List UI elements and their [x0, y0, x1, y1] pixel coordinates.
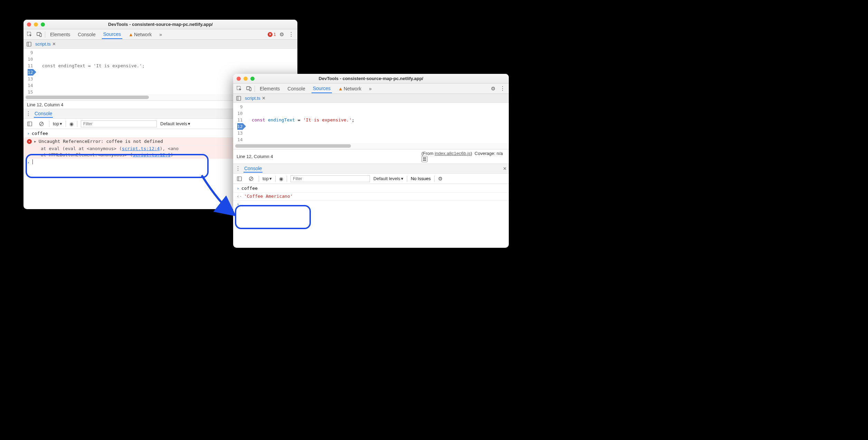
svg-rect-12 [237, 96, 241, 100]
minimize-window-button[interactable] [244, 77, 248, 81]
line-gutter: 9 10 11 12 13 14 15 [23, 49, 37, 94]
context-selector[interactable]: top ▾ [53, 121, 62, 126]
console-output[interactable]: › coffee ‹· 'Coffee Americano' › [233, 184, 509, 209]
code-line-9: const endingText = 'It is expensive.'; [42, 63, 145, 68]
error-count: 1 [274, 32, 276, 37]
tab-sources[interactable]: Sources [102, 30, 122, 39]
log-levels-selector[interactable]: Default levels ▾ [373, 176, 403, 181]
separator [275, 176, 276, 182]
clear-console-icon[interactable] [247, 175, 255, 183]
stack-link[interactable]: script.ts:12:1 [133, 152, 171, 157]
error-message: Uncaught ReferenceError: coffee is not d… [39, 138, 163, 145]
cursor-position: Line 12, Column 4 [237, 154, 273, 159]
svg-rect-11 [249, 88, 251, 91]
device-toolbar-icon[interactable] [35, 30, 44, 39]
kebab-menu-icon[interactable]: ⋮ [498, 85, 507, 93]
tab-console[interactable]: Console [76, 30, 97, 39]
tab-network[interactable]: ▲Network [127, 30, 153, 39]
error-icon: ✕ [27, 139, 32, 144]
expand-error-icon[interactable]: ▸ [34, 138, 37, 145]
code-area[interactable]: const endingText = 'It is expensive.'; c… [246, 103, 509, 143]
titlebar: DevTools - consistent-source-map-pc.netl… [23, 20, 297, 29]
svg-rect-14 [423, 157, 426, 159]
svg-rect-2 [40, 33, 41, 37]
chevron-down-icon: ▾ [401, 176, 403, 181]
console-result-text: 'Coffee Americano' [244, 193, 293, 199]
console-filter-input[interactable] [81, 120, 157, 127]
source-editor[interactable]: 9 10 11 12 13 14 const endingText = 'It … [233, 103, 509, 143]
chevron-down-icon: ▾ [60, 121, 62, 126]
window-title: DevTools - consistent-source-map-pc.netl… [23, 22, 297, 27]
tab-elements[interactable]: Elements [49, 30, 71, 39]
close-tab-icon[interactable]: ✕ [262, 96, 266, 101]
log-levels-selector[interactable]: Default levels ▾ [160, 121, 190, 126]
close-drawer-icon[interactable]: ✕ [503, 166, 507, 171]
console-sidebar-toggle-icon[interactable] [235, 175, 244, 183]
kebab-menu-icon[interactable]: ⋮ [287, 30, 295, 39]
console-filter-input[interactable] [290, 175, 370, 182]
navigator-toggle-icon[interactable] [25, 40, 33, 48]
file-tab-bar: script.ts ✕ [23, 40, 297, 49]
separator [434, 176, 435, 182]
zoom-window-button[interactable] [41, 22, 45, 27]
separator [66, 121, 66, 127]
more-tabs-icon[interactable]: » [368, 85, 373, 93]
window-title: DevTools - consistent-source-map-pc.netl… [233, 76, 509, 81]
context-selector[interactable]: top ▾ [263, 176, 272, 181]
svg-rect-15 [423, 159, 426, 161]
zoom-window-button[interactable] [250, 77, 255, 81]
console-input-text: coffee [32, 130, 48, 137]
separator [259, 176, 259, 182]
close-tab-icon[interactable]: ✕ [52, 41, 56, 47]
inspect-element-icon[interactable] [235, 85, 244, 93]
devtools-window-after: DevTools - consistent-source-map-pc.netl… [233, 74, 509, 248]
console-drawer-tab[interactable]: Console [244, 165, 263, 173]
close-window-button[interactable] [237, 77, 241, 81]
horizontal-scrollbar[interactable] [26, 96, 149, 99]
issues-label[interactable]: No Issues [411, 176, 431, 181]
minimize-window-button[interactable] [34, 22, 38, 27]
console-settings-icon[interactable]: ⚙ [438, 176, 442, 182]
svg-rect-5 [28, 122, 32, 126]
file-tab-script-ts[interactable]: script.ts ✕ [245, 96, 266, 101]
tab-network[interactable]: ▲Network [337, 85, 363, 93]
file-tab-bar: script.ts ✕ [233, 94, 509, 103]
svg-rect-3 [27, 42, 31, 46]
settings-icon[interactable]: ⚙ [277, 30, 286, 39]
console-drawer-tab[interactable]: Console [34, 110, 53, 118]
tab-elements[interactable]: Elements [258, 85, 281, 93]
file-tab-label: script.ts [35, 41, 51, 47]
settings-icon[interactable]: ⚙ [489, 85, 497, 93]
svg-rect-16 [237, 177, 241, 181]
error-count-badge[interactable]: ✕ 1 [268, 32, 276, 37]
cursor-position: Line 12, Column 4 [27, 102, 64, 107]
live-expression-icon[interactable]: ◉ [279, 176, 283, 182]
sourcemap-link[interactable]: index.a8c1ec6b.js [435, 151, 470, 156]
coverage-toggle-icon[interactable] [421, 156, 428, 162]
error-icon: ✕ [268, 32, 273, 37]
separator [77, 121, 77, 127]
main-toolbar: Elements Console Sources ▲Network » ✕ 1 … [23, 29, 297, 40]
separator [407, 176, 407, 182]
tab-sources[interactable]: Sources [312, 84, 332, 93]
clear-console-icon[interactable] [37, 120, 46, 128]
separator [45, 31, 45, 38]
horizontal-scrollbar[interactable] [235, 144, 351, 148]
device-toolbar-icon[interactable] [245, 85, 253, 93]
tab-console[interactable]: Console [286, 85, 306, 93]
input-chevron-icon: › [237, 201, 239, 207]
close-window-button[interactable] [27, 22, 31, 27]
more-tabs-icon[interactable]: » [158, 30, 163, 39]
console-prompt-row[interactable]: › [233, 201, 509, 208]
console-sidebar-toggle-icon[interactable] [26, 120, 34, 128]
titlebar: DevTools - consistent-source-map-pc.netl… [233, 74, 509, 84]
input-chevron-icon: › [27, 159, 30, 166]
drawer-menu-icon[interactable]: ⋮ [235, 165, 241, 172]
navigator-toggle-icon[interactable] [235, 94, 243, 102]
file-tab-script-ts[interactable]: script.ts ✕ [35, 41, 56, 47]
inspect-element-icon[interactable] [26, 30, 34, 39]
console-result-row: ‹· 'Coffee Americano' [233, 193, 509, 201]
live-expression-icon[interactable]: ◉ [69, 121, 74, 127]
drawer-menu-icon[interactable]: ⋮ [26, 110, 31, 117]
stack-link[interactable]: script.ts:12:4 [122, 146, 160, 151]
